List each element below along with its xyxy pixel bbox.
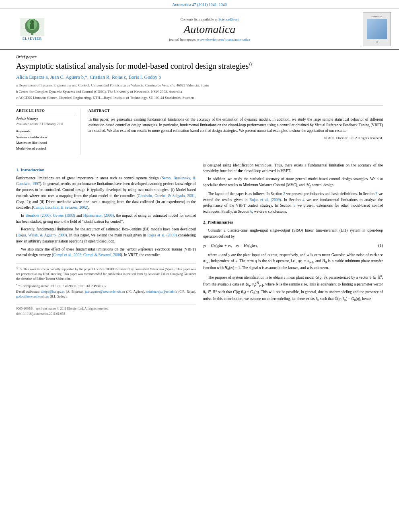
- equation-1: yₜ = G₀(q)uₜ + vₜ, vₜ = H₀(q)wₜ, (1): [203, 242, 383, 249]
- affiliation-a: a Department of Systems Engineering and …: [16, 83, 383, 88]
- separator-2: [16, 159, 383, 159]
- separator: [16, 105, 383, 105]
- svg-point-4: [30, 20, 34, 24]
- ref-goodwin[interactable]: Goodwin, Graebe, & Salgado, 2001: [138, 194, 195, 198]
- ref-sec3[interactable]: 3: [376, 192, 378, 196]
- ref-rojas3[interactable]: Rojas et al. (2009): [249, 198, 281, 202]
- ref-gevers[interactable]: Gevers (1993): [53, 214, 75, 218]
- journal-center-info: Contents lists available at ScienceDirec…: [56, 17, 363, 41]
- elsevier-logo: ELSEVIER: [8, 15, 56, 43]
- article-info-header: ARTICLE INFO: [16, 109, 75, 114]
- intro-para-4: We also study the effect of these fundam…: [16, 246, 196, 258]
- bottom-bar: 0005-1098/$ – see front matter © 2011 El…: [16, 304, 196, 316]
- svg-rect-5: [30, 24, 34, 29]
- keyword-1: System identification: [16, 134, 75, 140]
- intro-para-2: In Bombois (2000), Gevers (1993) and Hja…: [16, 213, 196, 224]
- keywords-label: Keywords:: [16, 129, 75, 133]
- intro-right-para-1: is designed using identification techniq…: [203, 162, 383, 174]
- prelim-para-3: The purpose of system identification is …: [203, 274, 383, 303]
- footnote-star: ✩ ✩ This work has been partially support…: [16, 266, 196, 281]
- homepage-link[interactable]: www.elsevier.com/locate/automatica: [197, 37, 250, 41]
- ref-sec4[interactable]: 4: [302, 198, 304, 202]
- eq-lhs: yₜ = G₀(q)uₜ + vₜ,: [203, 242, 232, 249]
- article-info-panel: ARTICLE INFO Article history: Available …: [16, 109, 80, 155]
- journal-title: Automatica: [56, 23, 363, 36]
- affiliations: a Department of Systems Engineering and …: [16, 83, 383, 101]
- email-link[interactable]: alespe@isa.upv.es: [41, 290, 64, 294]
- email-link-3[interactable]: cristian.rojas@ee.kth.se: [146, 290, 177, 294]
- keywords-section: Keywords: System identification Maximum …: [16, 129, 75, 152]
- intro-section-title: 1. Introduction: [16, 166, 196, 173]
- article-history: Article history: Available online 23 Feb…: [16, 117, 75, 126]
- prelim-para-1: Consider a discrete-time single-input si…: [203, 228, 383, 239]
- ref-campi[interactable]: Campi, Lecchini, & Savaresi, 2002: [33, 205, 87, 210]
- intro-right-para-2: In addition, we study the statistical ac…: [203, 176, 383, 189]
- keywords-list: System identification Maximum likelihood…: [16, 134, 75, 152]
- abstract-text: In this paper, we generalize existing fu…: [88, 117, 383, 134]
- prelim-para-2: where u and y are the plant input and ou…: [203, 252, 383, 272]
- citation-text: Automatica 47 (2011) 1041–1046: [172, 2, 226, 7]
- ref-sec5[interactable]: 5: [293, 203, 295, 207]
- homepage-line: journal homepage: www.elsevier.com/locat…: [56, 37, 363, 41]
- right-column: is designed using identification techniq…: [203, 162, 383, 316]
- article-info-abstract: ARTICLE INFO Article history: Available …: [16, 109, 383, 155]
- sciencedirect-link[interactable]: ScienceDirect: [218, 17, 239, 21]
- journal-citation: Automatica 47 (2011) 1041–1046: [0, 0, 399, 9]
- ref-hjalmarsson[interactable]: Hjalmarsson (2005): [83, 214, 114, 218]
- prelim-section-title: 2. Preliminaries: [203, 219, 383, 226]
- elsevier-label: ELSEVIER: [23, 37, 42, 41]
- affiliation-b: b Centre for Complex Dynamic Systems and…: [16, 89, 383, 95]
- abstract-header: ABSTRACT: [88, 109, 383, 114]
- ref-rojas2[interactable]: Rojas et al. (2009): [147, 233, 177, 237]
- contents-available-line: Contents lists available at ScienceDirec…: [56, 17, 363, 21]
- journal-thumbnail: automatica ⊕: [363, 12, 391, 46]
- issn-line: 0005-1098/$ – see front matter © 2011 El…: [16, 306, 196, 311]
- intro-para-3: Recently, fundamental limitations for th…: [16, 226, 196, 244]
- eq-rhs: vₜ = H₀(q)wₜ,: [236, 242, 258, 249]
- ref-sec2[interactable]: 2: [283, 192, 285, 196]
- affiliation-c: c ACCESS Linnaeus Center, Electrical Eng…: [16, 95, 383, 101]
- left-column: 1. Introduction Performance limitations …: [16, 162, 196, 316]
- main-content: Brief paper Asymptotic statistical analy…: [0, 50, 399, 325]
- ref-campi2[interactable]: Campi et al., 2002; Campi & Savaresi, 20…: [53, 253, 121, 257]
- email-link-4[interactable]: godoy@newcastle.edu.au: [16, 295, 49, 298]
- ref-seron[interactable]: Seron, Braslavsky, & Goodwin, 1997: [16, 176, 196, 186]
- ref-rojas[interactable]: Rojas, Welsh, & Agüero, 2009: [17, 233, 66, 237]
- intro-right-para-3: The layout of the paper is as follows: I…: [203, 191, 383, 215]
- article-history-label: Article history:: [16, 117, 75, 121]
- journal-header: ELSEVIER Contents lists available at Sci…: [0, 9, 399, 50]
- keyword-3: Model-based control: [16, 146, 75, 151]
- intro-para-1: Performance limitations are of great imp…: [16, 175, 196, 211]
- footnote-corresponding: * * Corresponding author. Tel.: +61 2 49…: [16, 283, 196, 289]
- copyright-line: © 2011 Elsevier Ltd. All rights reserved…: [88, 136, 383, 140]
- abstract-panel: ABSTRACT In this paper, we generalize ex…: [88, 109, 383, 155]
- paper-title: Asymptotic statistical analysis for mode…: [16, 61, 383, 71]
- article-available-date: Available online 23 February 2011: [16, 122, 75, 126]
- keyword-2: Maximum likelihood: [16, 140, 75, 146]
- authors-line: Alicia Esparza a, Juan C. Agüero b,*, Cr…: [16, 74, 383, 80]
- paper-body: 1. Introduction Performance limitations …: [16, 162, 383, 316]
- footnote-email: E-mail addresses: alespe@isa.upv.es (A. …: [16, 290, 196, 299]
- ref-sec6[interactable]: 6: [250, 210, 252, 214]
- footnotes: ✩ ✩ This work has been partially support…: [16, 263, 196, 299]
- eq-number: (1): [378, 242, 383, 249]
- doi-line: doi:10.1016/j.automatica.2011.01.058: [16, 312, 196, 316]
- paper-type: Brief paper: [16, 54, 383, 59]
- ref-bombois[interactable]: Bombois (2000): [25, 214, 51, 218]
- email-link-2[interactable]: juan.aguero@newcastle.edu.au: [85, 290, 125, 294]
